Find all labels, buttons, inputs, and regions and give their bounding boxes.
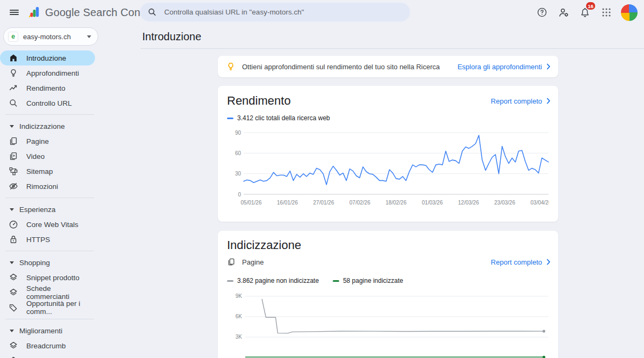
collapse-caret-icon (10, 330, 14, 332)
layers-icon (9, 273, 18, 282)
pages-icon (227, 258, 236, 266)
top-header: Google Search Console (0, 0, 644, 25)
svg-text:03/04/26: 03/04/26 (531, 200, 549, 206)
sidebar-item-label: Breadcrumb (26, 342, 66, 350)
google-apps-button[interactable] (596, 2, 617, 23)
sidebar-nav: IntroduzioneApprofondimentiRendimentoCon… (0, 50, 141, 358)
sidebar-item-label: Opportunità per i comm... (26, 299, 95, 316)
sidebar-item-rimozioni[interactable]: Rimozioni (0, 179, 95, 194)
clicks-legend-dash (227, 118, 233, 119)
pages-icon (9, 136, 18, 146)
not-indexed-legend-dash (227, 280, 233, 282)
url-inspection-searchbar[interactable] (140, 3, 410, 21)
help-icon (537, 7, 547, 18)
avatar-photo (623, 5, 636, 19)
sidebar-item-label: Introduzione (26, 54, 66, 62)
lock-icon (9, 235, 18, 244)
indexing-card-title: Indicizzazione (227, 238, 301, 252)
tag-icon (9, 303, 18, 312)
chevron-right-icon (546, 63, 551, 70)
sidebar-item-sitemap[interactable]: Sitemap (0, 164, 95, 179)
section-label: Shopping (19, 259, 50, 267)
svg-text:60: 60 (235, 150, 241, 156)
svg-text:27/01/26: 27/01/26 (313, 200, 334, 206)
sidebar-section-esperienza[interactable]: Esperienza (0, 202, 141, 217)
sidebar-item-label: Core Web Vitals (26, 221, 78, 229)
property-selector[interactable]: e easy-motors.ch (3, 27, 98, 46)
collapse-caret-icon (10, 261, 14, 264)
svg-text:30: 30 (235, 171, 241, 177)
sidebar-section-indicizzazione[interactable]: Indicizzazione (0, 119, 141, 134)
sidebar-item-label: Video (26, 152, 45, 160)
sidebar-item-label: Schede commercianti (26, 284, 95, 301)
svg-text:05/01/26: 05/01/26 (241, 200, 262, 206)
sidebar-item-snippet-di-recensioni[interactable]: Snippet di recensioni (0, 353, 95, 358)
sidebar-item-video[interactable]: Video (0, 149, 95, 164)
menu-icon[interactable] (3, 2, 25, 23)
layers-icon (9, 341, 18, 350)
lightbulb-icon (226, 62, 236, 71)
svg-text:0: 0 (238, 192, 241, 198)
account-avatar[interactable] (621, 4, 638, 21)
notifications-button[interactable]: 16 (574, 2, 596, 23)
svg-text:9K: 9K (236, 293, 243, 299)
sidebar-item-approfondimenti[interactable]: Approfondimenti (0, 65, 95, 81)
svg-text:90: 90 (235, 130, 241, 136)
indexing-chart[interactable]: 3K6K9K (227, 293, 549, 358)
sidebar-item-controllo-url[interactable]: Controllo URL (0, 96, 95, 111)
section-label: Miglioramenti (19, 327, 62, 335)
manage-users-button[interactable] (553, 2, 574, 23)
search-icon (9, 98, 18, 108)
performance-report-link[interactable]: Report completo (491, 97, 551, 105)
notification-count-badge: 16 (586, 2, 595, 10)
sidebar-item-pagine[interactable]: Pagine (0, 134, 95, 149)
chevron-down-icon (87, 35, 91, 38)
sidebar-item-label: Approfondimenti (26, 69, 79, 77)
svg-text:18/02/26: 18/02/26 (386, 200, 407, 206)
gauge-icon (9, 220, 18, 229)
performance-chart[interactable]: 030609005/01/2616/01/2627/01/2607/02/261… (227, 129, 549, 213)
main-content: Introduzione Ottieni approfondimenti sul… (141, 25, 644, 358)
sidebar-divider (5, 114, 94, 115)
sidebar-section-miglioramenti[interactable]: Miglioramenti (0, 323, 141, 338)
sidebar-item-introduzione[interactable]: Introduzione (0, 50, 95, 65)
indexing-report-link[interactable]: Report completo (491, 258, 551, 266)
sidebar-item-breadcrumb[interactable]: Breadcrumb (0, 338, 95, 353)
sidebar-item-core-web-vitals[interactable]: Core Web Vitals (0, 217, 95, 232)
banner-text: Ottieni approfondimenti sul rendimento d… (242, 63, 457, 71)
chevron-right-icon (546, 98, 551, 104)
sidebar-item-label: Snippet prodotto (26, 274, 79, 282)
clicks-legend-label: 3.412 clic totali della ricerca web (237, 114, 330, 122)
trending-icon (9, 83, 18, 93)
svg-text:01/03/26: 01/03/26 (422, 200, 443, 206)
user-settings-icon (558, 7, 569, 18)
sidebar-section-shopping[interactable]: Shopping (0, 255, 141, 270)
section-label: Esperienza (19, 206, 56, 214)
home-icon (9, 53, 18, 63)
sidebar: e easy-motors.ch IntroduzioneApprofondim… (0, 25, 141, 358)
section-label: Indicizzazione (19, 122, 65, 130)
header-actions: 16 (531, 2, 640, 23)
help-button[interactable] (531, 2, 553, 23)
eye-off-icon (9, 181, 18, 191)
chevron-right-icon (546, 259, 551, 265)
svg-text:23/03/26: 23/03/26 (494, 200, 515, 206)
indexing-subtitle: Pagine (242, 258, 491, 266)
performance-card: Rendimento Report completo 3.412 clic to… (218, 86, 558, 222)
indexing-card: Indicizzazione Pagine Report completo (218, 231, 558, 358)
explore-insights-link[interactable]: Esplora gli approfondimenti (457, 63, 551, 71)
collapse-caret-icon (10, 208, 14, 211)
sidebar-item-https[interactable]: HTTPS (0, 232, 95, 247)
property-name: easy-motors.ch (23, 33, 87, 41)
sidebar-item-rendimento[interactable]: Rendimento (0, 81, 95, 96)
insights-banner: Ottieni approfondimenti sul rendimento d… (218, 56, 558, 77)
sidebar-item-snippet-prodotto[interactable]: Snippet prodotto (0, 270, 95, 285)
sidebar-item-label: Controllo URL (26, 99, 72, 107)
sidebar-item-schede-commercianti[interactable]: Schede commercianti (0, 285, 95, 300)
svg-text:07/02/26: 07/02/26 (349, 200, 370, 206)
search-input[interactable] (164, 8, 402, 16)
sidebar-item-opportunit-per-i-comm[interactable]: Opportunità per i comm... (0, 300, 95, 315)
google-search-console-app: Google Search Console (0, 0, 644, 358)
svg-text:6K: 6K (236, 313, 243, 319)
svg-text:16/01/26: 16/01/26 (277, 200, 298, 206)
